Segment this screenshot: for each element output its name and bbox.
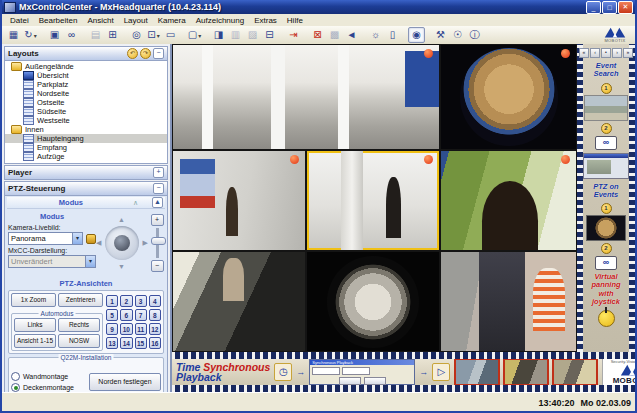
door-icon[interactable]: ▯	[384, 27, 401, 43]
minimize-button[interactable]: _	[586, 1, 601, 14]
layout-item-nordseite[interactable]: Nordseite	[5, 89, 167, 98]
copy-icon[interactable]: ▥	[227, 27, 244, 43]
maximize-button[interactable]: □	[602, 1, 617, 14]
ptz-panel-header[interactable]: PTZ-Steuerung −	[4, 181, 168, 196]
player-collapse-button[interactable]: +	[153, 167, 164, 178]
loupe-icon[interactable]: ☉	[449, 27, 466, 43]
ptz-collapse-button[interactable]: −	[153, 183, 164, 194]
info-icon[interactable]: ⓘ	[466, 27, 483, 43]
layout-item-westseite[interactable]: Westseite	[5, 116, 167, 125]
menu-aufzeichnung[interactable]: Aufzeichnung	[191, 16, 249, 25]
ptz-preset-button[interactable]: 8	[149, 309, 161, 321]
zoom-slider-handle[interactable]	[151, 237, 166, 245]
lightbulb-icon[interactable]: ☼	[367, 27, 384, 43]
zoom-window-icon[interactable]: ◎	[128, 27, 145, 43]
norden-festlegen-button[interactable]: Norden festlegen	[89, 373, 161, 391]
camera-export-icon[interactable]: ◨	[210, 27, 227, 43]
ptz-preset-button[interactable]: 5	[106, 309, 118, 321]
menu-hilfe[interactable]: Hilfe	[282, 16, 308, 25]
zoom-slider-track[interactable]	[156, 228, 159, 258]
layout-item-parkplatz[interactable]: Parkplatz	[5, 80, 167, 89]
menu-datei[interactable]: Datei	[5, 16, 34, 25]
power-icon[interactable]: ◉	[408, 27, 425, 43]
links-button[interactable]: Links	[14, 318, 56, 332]
menu-kamera[interactable]: Kamera	[153, 16, 191, 25]
ptz-preset-button[interactable]: 12	[149, 323, 161, 335]
selection-frame-icon[interactable]: ▭	[162, 27, 179, 43]
zoom-in-button[interactable]: +	[151, 214, 164, 226]
rechts-button[interactable]: Rechts	[58, 318, 100, 332]
layout-folder-innen[interactable]: Innen	[5, 125, 167, 134]
tools-icon[interactable]: ⚒	[432, 27, 449, 43]
close-button[interactable]: ✕	[618, 1, 633, 14]
camera-view-entrance-left[interactable]	[173, 151, 305, 250]
windows-icon[interactable]: ⊡	[145, 27, 162, 43]
ptz-zoom-slider[interactable]: + −	[151, 214, 163, 272]
ptz-scroll-up-button[interactable]: ▲	[152, 197, 163, 208]
ptz-preset-button[interactable]: 3	[135, 295, 147, 307]
chevron-down-icon[interactable]: ▾	[72, 233, 82, 244]
grid-view-icon[interactable]: ⊞	[104, 27, 121, 43]
ptz-preset-button[interactable]: 10	[120, 323, 132, 335]
layout-item-uebersicht[interactable]: Übersicht	[5, 71, 167, 80]
layout-item-empfang[interactable]: Empfang	[5, 143, 167, 152]
exit-icon[interactable]: ⇥	[285, 27, 302, 43]
ptz-preset-button[interactable]: 6	[120, 309, 132, 321]
player-panel-header[interactable]: Player +	[4, 165, 168, 180]
nosw-button[interactable]: NOSW	[58, 334, 100, 348]
filmstrip-icon[interactable]: ▤	[87, 27, 104, 43]
layout-folder-aussengelaende[interactable]: Außengelände	[5, 62, 167, 71]
ptz-preset-button[interactable]: 13	[106, 337, 118, 349]
printer-icon[interactable]: ⊟	[261, 27, 278, 43]
ptz-joystick[interactable]: ▲ ◀ ▶ ▼	[97, 218, 147, 268]
layout-grid-icon[interactable]: ▦	[5, 27, 22, 43]
monitor-icon[interactable]: ▢	[186, 27, 203, 43]
layout-forward-button[interactable]: ↷	[140, 48, 151, 59]
duplicate-icon[interactable]: ▩	[326, 27, 343, 43]
layout-item-ostseite[interactable]: Ostseite	[5, 98, 167, 107]
layout-item-aufzuege[interactable]: Aufzüge	[5, 152, 167, 161]
layouts-panel-header[interactable]: Layouts ↶ ↷ −	[4, 46, 168, 61]
ptz-preset-button[interactable]: 4	[149, 295, 161, 307]
zentrieren-button[interactable]: Zentrieren	[58, 293, 103, 307]
wandmontage-radio[interactable]	[11, 372, 20, 381]
layout-item-haupteingang[interactable]: Haupteingang	[5, 134, 167, 143]
zoom-1x-button[interactable]: 1x Zoom	[11, 293, 56, 307]
ptz-preset-button[interactable]: 14	[120, 337, 132, 349]
camera-view-outdoor[interactable]	[441, 151, 576, 250]
camera-view-bus-door[interactable]	[441, 252, 576, 351]
deckenmontage-radio[interactable]	[11, 383, 20, 392]
joystick-up-arrow[interactable]: ▲	[118, 216, 125, 223]
ptz-preset-button[interactable]: 16	[149, 337, 161, 349]
ptz-preset-button[interactable]: 1	[106, 295, 118, 307]
camera-view-entrance-center[interactable]	[307, 151, 439, 250]
ptz-preset-button[interactable]: 11	[135, 323, 147, 335]
menu-layout[interactable]: Layout	[119, 16, 153, 25]
menu-bearbeiten[interactable]: Bearbeiten	[34, 16, 83, 25]
joystick-right-arrow[interactable]: ▶	[143, 239, 148, 247]
zoom-out-button[interactable]: −	[151, 260, 164, 272]
ptz-preset-button[interactable]: 2	[120, 295, 132, 307]
camera-view-haupteingang-panorama[interactable]	[173, 45, 439, 149]
layout-back-button[interactable]: ↶	[127, 48, 138, 59]
menu-extras[interactable]: Extras	[249, 16, 282, 25]
ansicht-1-15-button[interactable]: Ansicht 1-15	[14, 334, 56, 348]
camera-view-bus-fisheye[interactable]	[307, 252, 439, 351]
layout-item-suedseite[interactable]: Südseite	[5, 107, 167, 116]
refresh-icon[interactable]: ↻	[22, 27, 39, 43]
camera-view-fisheye-ceiling[interactable]	[441, 45, 576, 149]
menu-ansicht[interactable]: Ansicht	[82, 16, 118, 25]
arrange-icon[interactable]: ▨	[244, 27, 261, 43]
alarm-grid-icon[interactable]: ⊠	[309, 27, 326, 43]
link-icon[interactable]: ∞	[63, 27, 80, 43]
ptz-preset-button[interactable]: 15	[135, 337, 147, 349]
wandmontage-option[interactable]: Wandmontage	[11, 371, 85, 382]
mxcc-darstellung-select[interactable]: Unverändert ▾	[8, 255, 96, 268]
speaker-icon[interactable]: ◄	[343, 27, 360, 43]
joystick-left-arrow[interactable]: ◀	[96, 239, 101, 247]
layouts-collapse-button[interactable]: −	[153, 48, 164, 59]
joystick-knob[interactable]	[114, 235, 130, 251]
ptz-preset-button[interactable]: 9	[106, 323, 118, 335]
live-image-icon[interactable]: ▣	[46, 27, 63, 43]
kamera-livebild-select[interactable]: Panorama ▾	[8, 232, 83, 245]
